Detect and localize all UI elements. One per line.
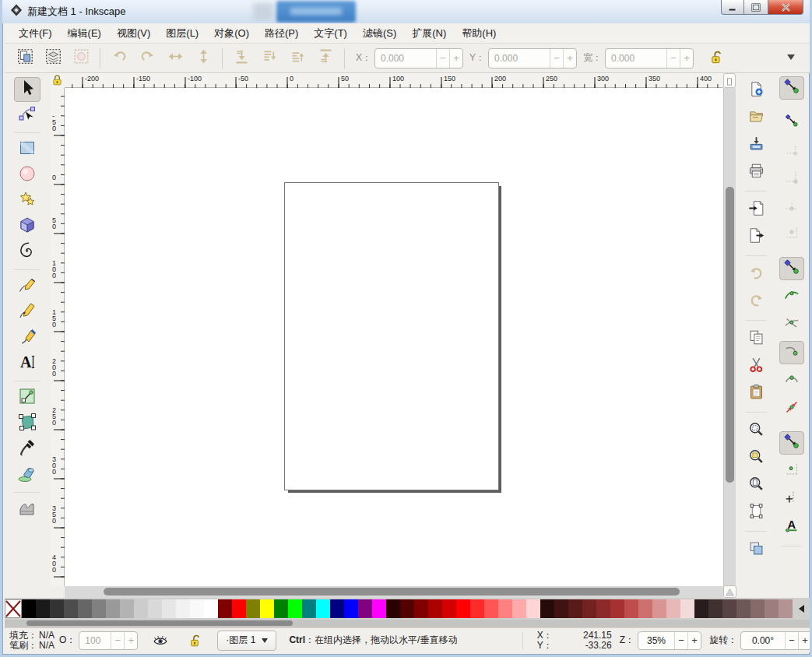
gradient-tool-button[interactable]	[14, 385, 40, 410]
color-swatch[interactable]	[498, 599, 512, 618]
color-swatch[interactable]	[148, 599, 162, 618]
color-swatch[interactable]	[638, 599, 652, 618]
pencil-tool-button[interactable]	[14, 274, 40, 299]
redo-button[interactable]	[744, 290, 768, 312]
guide-lock-button[interactable]	[50, 73, 65, 88]
menu-view[interactable]: 视图(V)	[109, 24, 158, 43]
color-swatch[interactable]	[246, 599, 260, 618]
color-swatch[interactable]	[582, 599, 596, 618]
swatch-none[interactable]	[5, 599, 22, 618]
rotation-increment-button[interactable]: +	[798, 632, 811, 649]
rectangle-tool-button[interactable]	[14, 137, 40, 162]
color-swatch[interactable]	[330, 599, 344, 618]
horizontal-ruler[interactable]: -200-150-100-50050100150200250300350400	[65, 73, 723, 88]
snap-bbox-edges-button[interactable]	[779, 139, 804, 162]
color-swatch[interactable]	[666, 599, 680, 618]
color-swatch[interactable]	[456, 599, 470, 618]
color-swatch[interactable]	[736, 599, 750, 618]
deselect-button[interactable]	[69, 47, 93, 70]
snap-smooth-nodes-button[interactable]	[779, 369, 804, 392]
color-swatch[interactable]	[428, 599, 442, 618]
snap-bbox-edge-midpoints-button[interactable]	[779, 195, 804, 218]
color-swatch[interactable]	[750, 599, 765, 618]
selector-tool-button[interactable]	[14, 77, 40, 102]
undo-button[interactable]	[744, 263, 768, 285]
zoom-increment-button[interactable]: +	[687, 632, 701, 649]
color-swatch[interactable]	[484, 599, 498, 618]
color-swatch[interactable]	[78, 599, 92, 618]
node-editor-tool-button[interactable]	[14, 103, 40, 128]
coord-width-decrement-button[interactable]: −	[666, 49, 680, 68]
color-swatch[interactable]	[779, 599, 793, 618]
menu-text[interactable]: 文字(T)	[306, 24, 355, 43]
color-swatch[interactable]	[232, 599, 246, 618]
color-swatch[interactable]	[316, 599, 330, 618]
snap-bbox-centers-button[interactable]	[779, 223, 804, 246]
close-button[interactable]	[768, 0, 803, 15]
star-tool-button[interactable]	[14, 188, 40, 213]
color-swatch[interactable]	[765, 599, 779, 618]
fill-stroke-indicator[interactable]: 填充：N/A 笔刷：N/A	[9, 631, 54, 651]
duplicate-button[interactable]	[744, 539, 768, 560]
coord-y-increment-button[interactable]: +	[563, 49, 576, 68]
color-swatch[interactable]	[652, 599, 666, 618]
color-swatch[interactable]	[302, 599, 316, 618]
color-swatch[interactable]	[288, 599, 302, 618]
coord-y-field[interactable]: 0.000	[489, 53, 550, 64]
color-swatch[interactable]	[386, 599, 400, 618]
color-swatch[interactable]	[218, 599, 232, 618]
menu-layer[interactable]: 图层(L)	[158, 24, 206, 43]
snap-paths-button[interactable]	[779, 285, 804, 308]
box-3d-tool-button[interactable]	[14, 214, 40, 239]
menu-edit[interactable]: 编辑(E)	[60, 24, 109, 43]
rotation-field[interactable]: 0.00°	[741, 635, 785, 646]
color-swatch[interactable]	[120, 599, 134, 618]
palette-scrollbar-thumb[interactable]	[26, 620, 293, 626]
flip-vertical-button[interactable]	[192, 47, 215, 70]
canvas[interactable]	[65, 88, 723, 586]
ellipse-tool-button[interactable]	[14, 163, 40, 188]
color-swatch[interactable]	[190, 599, 204, 618]
color-swatch[interactable]	[526, 599, 540, 618]
color-swatch[interactable]	[568, 599, 582, 618]
layer-selector[interactable]: ·图层 1	[217, 631, 276, 651]
color-swatch[interactable]	[722, 599, 736, 618]
coord-width-field[interactable]: 0.000	[606, 53, 666, 64]
vertical-scrollbar[interactable]	[723, 88, 736, 586]
color-swatch[interactable]	[596, 599, 610, 618]
color-swatch[interactable]	[512, 599, 526, 618]
snap-path-intersections-button[interactable]	[779, 313, 804, 336]
color-management-toggle-button[interactable]	[723, 585, 736, 598]
coord-y-decrement-button[interactable]: −	[550, 49, 563, 68]
lower-one-step-button[interactable]	[258, 47, 281, 70]
color-swatch[interactable]	[134, 599, 148, 618]
menu-path[interactable]: 路径(P)	[257, 24, 306, 43]
color-swatch[interactable]	[372, 599, 386, 618]
paste-button[interactable]	[744, 382, 768, 404]
color-swatch[interactable]	[64, 599, 78, 618]
cut-button[interactable]	[744, 355, 768, 377]
zoom-decrement-button[interactable]: −	[674, 632, 687, 649]
color-swatch[interactable]	[22, 599, 36, 618]
coord-width-increment-button[interactable]: +	[680, 49, 693, 68]
vertical-scrollbar-thumb[interactable]	[726, 187, 734, 483]
menu-help[interactable]: 帮助(H)	[454, 24, 504, 43]
zoom-selection-button[interactable]	[744, 420, 768, 441]
palette-scrollbar[interactable]	[5, 620, 812, 627]
opacity-field[interactable]: 100	[79, 635, 111, 646]
spiral-tool-button[interactable]	[14, 240, 40, 265]
snap-bbox-corners-button[interactable]	[779, 167, 804, 190]
color-swatch[interactable]	[204, 599, 218, 618]
layer-visibility-button[interactable]	[149, 631, 172, 651]
mesh-gradient-tool-button[interactable]	[14, 411, 40, 436]
color-swatch[interactable]	[708, 599, 722, 618]
color-swatch[interactable]	[610, 599, 624, 618]
export-button[interactable]	[744, 226, 768, 248]
menu-filters[interactable]: 滤镜(S)	[355, 24, 404, 43]
print-button[interactable]	[744, 161, 768, 183]
scrollbar-corner-page-button[interactable]	[723, 73, 736, 88]
new-document-button[interactable]	[744, 79, 768, 101]
color-swatch[interactable]	[50, 599, 64, 618]
tweak-tool-button[interactable]	[14, 497, 40, 522]
select-all-button[interactable]	[13, 47, 37, 70]
